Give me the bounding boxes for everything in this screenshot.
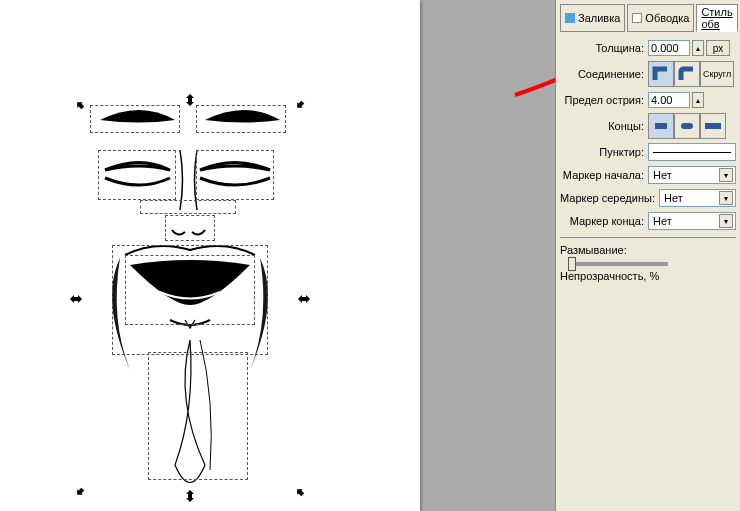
panel-tabs: Заливка Обводка Стиль обв [560,4,736,32]
tab-label: Стиль обв [701,6,732,30]
slider-thumb-icon [568,257,576,271]
chevron-down-icon: ▾ [719,191,733,205]
selection-rect [196,150,274,200]
handle-ne[interactable] [294,99,306,111]
selection-rect [125,255,255,325]
join-round-button[interactable] [674,61,700,87]
svg-rect-2 [705,123,721,129]
dropdown-value: Нет [664,192,683,204]
handle-e[interactable] [298,293,310,305]
join-bevel-button[interactable]: Скругл [700,61,734,87]
tab-stroke-style[interactable]: Стиль обв [696,4,737,32]
width-label: Толщина: [560,42,648,54]
svg-rect-1 [681,123,693,129]
tab-fill[interactable]: Заливка [560,4,625,32]
selection-rect [98,150,176,200]
miter-label: Предел острия: [560,94,648,106]
tab-label: Обводка [645,12,689,24]
dropdown-value: Нет [653,215,672,227]
join-label: Соединение: [560,68,648,80]
stroke-swatch-icon [632,13,642,23]
tab-stroke[interactable]: Обводка [627,4,694,32]
fill-stroke-panel: Заливка Обводка Стиль обв Толщина: ▴ px … [555,0,740,511]
marker-mid-select[interactable]: Нет ▾ [659,189,736,207]
divider [560,237,736,238]
selection-rect [90,105,180,133]
join-miter-button[interactable] [648,61,674,87]
stroke-width-input[interactable] [648,40,690,56]
selection-rect [165,215,215,241]
width-spinner[interactable]: ▴ [692,40,704,56]
marker-end-select[interactable]: Нет ▾ [648,212,736,230]
cap-round-button[interactable] [674,113,700,139]
cap-butt-button[interactable] [648,113,674,139]
miter-spinner[interactable]: ▴ [692,92,704,108]
opacity-label: Непрозрачность, % [560,270,736,282]
chevron-down-icon: ▾ [719,214,733,228]
selection-rect [196,105,286,133]
selection-rect [148,352,248,480]
marker-mid-label: Маркер середины: [560,192,659,204]
blur-slider[interactable] [568,262,668,266]
handle-w[interactable] [70,293,82,305]
tab-label: Заливка [578,12,620,24]
handle-n[interactable] [184,94,196,106]
handle-sw[interactable] [74,486,86,498]
width-unit-select[interactable]: px [706,40,730,56]
cap-label: Концы: [560,120,648,132]
dash-label: Пунктир: [560,146,648,158]
blur-label: Размывание: [560,244,736,256]
bevel-label: Скругл [703,69,731,79]
drawing-page [0,0,420,511]
canvas-area[interactable] [0,0,555,511]
chevron-down-icon: ▾ [719,168,733,182]
unit-label: px [713,43,724,54]
dashline-icon [653,152,731,153]
svg-rect-0 [655,123,667,129]
selection-rect [140,200,236,214]
handle-se[interactable] [294,486,306,498]
handle-nw[interactable] [74,99,86,111]
marker-start-select[interactable]: Нет ▾ [648,166,736,184]
miter-limit-input[interactable] [648,92,690,108]
dropdown-value: Нет [653,169,672,181]
marker-end-label: Маркер конца: [560,215,648,227]
dash-pattern-select[interactable] [648,143,736,161]
handle-s[interactable] [184,490,196,502]
cap-square-button[interactable] [700,113,726,139]
marker-start-label: Маркер начала: [560,169,648,181]
fill-swatch-icon [565,13,575,23]
